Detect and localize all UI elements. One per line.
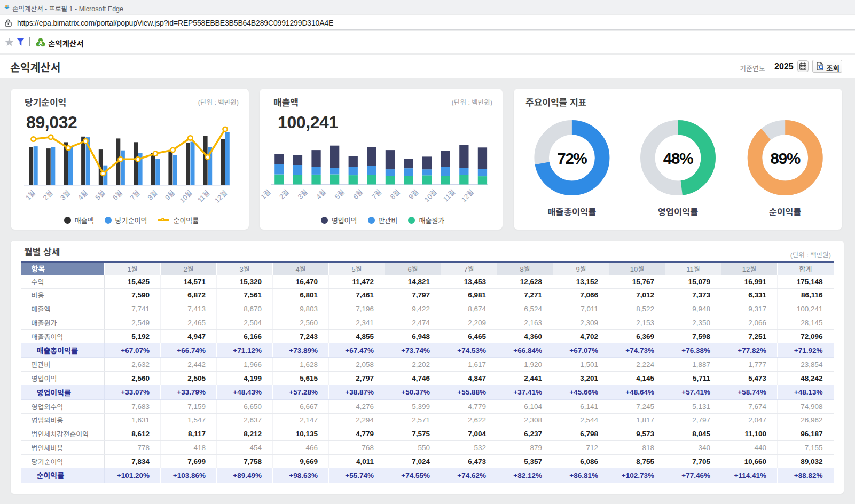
svg-text:8월: 8월 — [146, 189, 159, 202]
svg-text:7월: 7월 — [370, 188, 383, 201]
svg-text:3월: 3월 — [296, 188, 309, 201]
svg-text:1월: 1월 — [24, 189, 37, 202]
svg-text:72%: 72% — [557, 149, 587, 167]
svg-text:89%: 89% — [770, 149, 800, 167]
svg-text:매출총이익률: 매출총이익률 — [547, 207, 596, 217]
svg-text:2월: 2월 — [42, 189, 54, 202]
svg-text:5월: 5월 — [333, 188, 346, 201]
svg-text:4월: 4월 — [315, 188, 327, 201]
svg-text:9월: 9월 — [407, 188, 420, 201]
svg-text:8월: 8월 — [389, 188, 402, 201]
svg-text:순이익률: 순이익률 — [769, 207, 802, 217]
svg-text:5월: 5월 — [94, 189, 107, 202]
svg-text:4월: 4월 — [76, 189, 89, 202]
svg-text:6월: 6월 — [351, 188, 364, 201]
svg-text:A: A — [38, 40, 42, 46]
svg-text:3월: 3월 — [59, 189, 72, 202]
svg-text:10월: 10월 — [423, 188, 438, 203]
svg-text:12월: 12월 — [460, 188, 475, 203]
svg-text:2월: 2월 — [278, 188, 291, 201]
svg-text:7월: 7월 — [129, 189, 142, 202]
svg-text:9월: 9월 — [163, 189, 176, 202]
svg-text:6월: 6월 — [111, 189, 124, 202]
svg-text:11월: 11월 — [442, 188, 457, 203]
svg-text:10월: 10월 — [178, 189, 194, 204]
svg-text:11월: 11월 — [196, 189, 211, 204]
svg-text:48%: 48% — [663, 149, 693, 167]
svg-text:영업이익률: 영업이익률 — [658, 207, 699, 217]
svg-text:12월: 12월 — [213, 189, 229, 204]
svg-text:1월: 1월 — [260, 188, 272, 201]
